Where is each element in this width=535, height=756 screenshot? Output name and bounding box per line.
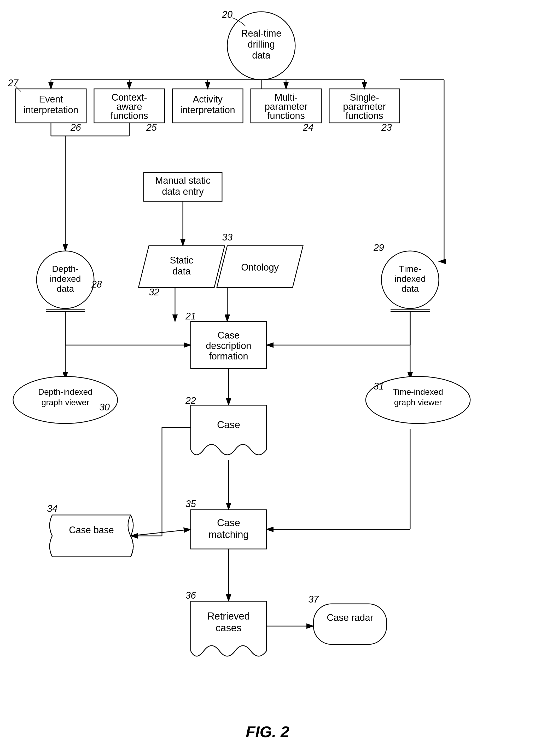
svg-text:indexed: indexed: [394, 274, 426, 284]
svg-text:functions: functions: [346, 110, 383, 121]
svg-text:formation: formation: [209, 351, 248, 362]
svg-text:27: 27: [8, 77, 19, 88]
svg-text:22: 22: [185, 395, 196, 406]
svg-text:data: data: [57, 284, 74, 293]
svg-text:26: 26: [70, 122, 81, 133]
svg-text:23: 23: [381, 122, 392, 133]
svg-text:data entry: data entry: [162, 186, 204, 197]
svg-text:37: 37: [308, 594, 319, 605]
svg-text:indexed: indexed: [50, 274, 81, 284]
svg-text:Case: Case: [217, 517, 240, 528]
svg-text:30: 30: [99, 402, 110, 412]
svg-text:29: 29: [373, 242, 384, 253]
label-20: 20: [222, 9, 233, 20]
svg-text:graph viewer: graph viewer: [41, 398, 89, 407]
case-radar-node: [314, 604, 387, 644]
svg-text:data: data: [402, 284, 419, 293]
svg-text:Time-indexed: Time-indexed: [393, 387, 443, 397]
svg-text:Depth-indexed: Depth-indexed: [38, 387, 93, 397]
svg-text:drilling: drilling: [248, 39, 275, 50]
svg-text:Case: Case: [217, 419, 240, 430]
svg-text:25: 25: [146, 122, 157, 133]
svg-text:33: 33: [222, 232, 233, 243]
svg-text:31: 31: [374, 381, 384, 392]
svg-text:graph viewer: graph viewer: [394, 398, 442, 407]
svg-text:24: 24: [303, 122, 314, 133]
svg-text:34: 34: [47, 503, 57, 514]
svg-text:Ontology: Ontology: [241, 262, 279, 273]
svg-line-83: [130, 529, 191, 536]
svg-text:data: data: [252, 50, 271, 61]
svg-text:Event: Event: [39, 94, 63, 105]
svg-text:functions: functions: [110, 110, 148, 121]
svg-text:interpretation: interpretation: [180, 105, 235, 115]
svg-text:36: 36: [185, 590, 196, 601]
svg-text:21: 21: [185, 311, 196, 321]
svg-text:Case: Case: [218, 330, 239, 341]
svg-text:interpretation: interpretation: [23, 105, 78, 115]
svg-text:Case base: Case base: [69, 525, 114, 535]
svg-text:Manual static: Manual static: [155, 175, 211, 186]
svg-text:28: 28: [91, 279, 102, 290]
svg-text:data: data: [172, 266, 191, 277]
svg-text:Static: Static: [170, 255, 193, 266]
svg-text:Retrieved: Retrieved: [208, 611, 250, 621]
case-base-node: [50, 515, 133, 557]
real-time-label: Real-time: [241, 28, 281, 39]
svg-text:functions: functions: [267, 110, 305, 121]
svg-text:cases: cases: [215, 622, 241, 633]
svg-text:Time-: Time-: [399, 264, 421, 274]
svg-text:Case radar: Case radar: [327, 612, 373, 623]
svg-text:35: 35: [185, 499, 196, 509]
svg-text:Activity: Activity: [193, 94, 223, 105]
svg-text:description: description: [206, 340, 251, 351]
svg-text:matching: matching: [209, 529, 249, 540]
fig-label: FIG. 2: [246, 723, 290, 741]
svg-text:32: 32: [149, 287, 159, 297]
svg-text:Depth-: Depth-: [52, 264, 79, 274]
